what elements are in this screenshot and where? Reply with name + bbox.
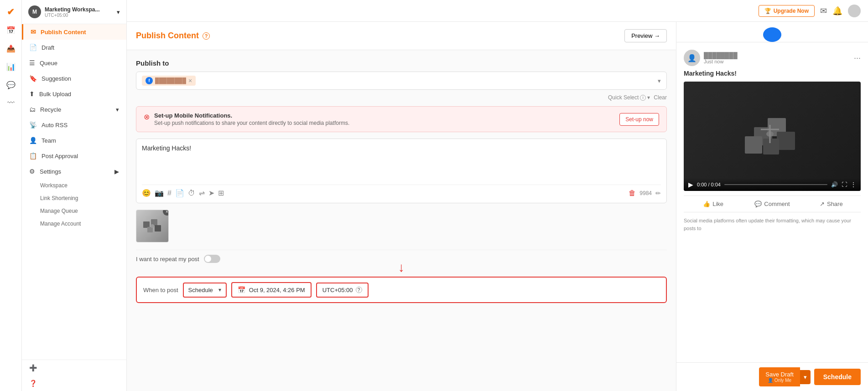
post-avatar: 👤 (684, 50, 700, 66)
post-text: Marketing Hacks! (684, 70, 861, 77)
schedule-select[interactable]: Schedule ▾ (183, 283, 227, 298)
sidebar-sub-link-shortening[interactable]: Link Shortening (22, 192, 126, 205)
schedule-button[interactable]: Schedule (814, 369, 861, 385)
messages-icon[interactable]: ✉ (820, 6, 827, 16)
team-icon: 👤 (29, 137, 37, 144)
add-icon: ➕ (29, 364, 37, 371)
bulk-upload-icon: ⬆ (29, 90, 35, 98)
sidebar-item-bulk-upload-label: Bulk Upload (39, 91, 119, 98)
save-draft-label: Save Draft (765, 371, 793, 378)
nav-icon-analytics[interactable]: 📊 (3, 58, 19, 75)
sidebar-item-queue[interactable]: ☰ Queue (22, 55, 126, 71)
sidebar-sub-manage-account[interactable]: Manage Account (22, 217, 126, 230)
main-content: 🏆 Upgrade Now ✉ 🔔 Publish Content ? Prev… (127, 0, 868, 391)
repeat-toggle[interactable] (204, 255, 220, 263)
share-icon: ↗ (820, 201, 825, 207)
sidebar-item-help[interactable]: ❓ (22, 376, 126, 391)
sidebar-item-draft[interactable]: 📄 Draft (22, 40, 126, 55)
sidebar-item-add[interactable]: ➕ (22, 360, 126, 376)
help-icon: ❓ (29, 380, 37, 387)
clock-icon[interactable]: ⏱ (188, 189, 195, 197)
schedule-option-label: Schedule (188, 287, 213, 293)
recycle-icon: 🗂 (29, 106, 36, 113)
text-editor[interactable]: Marketing Hacks! 😊 📷 # 📄 ⏱ ⇌ ➤ ⊞ 🗑 9984 (136, 139, 667, 203)
content-area: Publish Content ? Preview → Publish to f… (127, 22, 868, 391)
quick-select-row: Quick Select i ▾ Clear (136, 94, 667, 101)
volume-icon[interactable]: 🔊 (831, 181, 838, 188)
workspace-avatar: M (28, 5, 41, 18)
sidebar-item-bulk-upload[interactable]: ⬆ Bulk Upload (22, 86, 126, 102)
notification-title: Set-up Mobile Notifications. (154, 112, 349, 119)
selector-dropdown-icon[interactable]: ▾ (658, 77, 661, 84)
sidebar-sub-manage-queue[interactable]: Manage Queue (22, 205, 126, 217)
svg-rect-7 (777, 132, 795, 150)
delete-icon[interactable]: 🗑 (629, 189, 636, 197)
sidebar-item-post-approval[interactable]: 📋 Post Approval (22, 148, 126, 164)
sidebar-item-team[interactable]: 👤 Team (22, 133, 126, 148)
comment-action[interactable]: 💬 Comment (743, 198, 801, 210)
save-draft-sublabel: 👤 Only Me (768, 378, 791, 383)
arrows-icon[interactable]: ⇌ (199, 189, 205, 197)
app-logo[interactable]: ✔ (3, 4, 19, 20)
image-icon[interactable]: 📷 (155, 189, 164, 197)
quick-select-button[interactable]: Quick Select i ▾ (608, 94, 650, 101)
comment-label: Comment (764, 201, 790, 207)
sidebar-item-draft-label: Draft (42, 44, 119, 51)
document-icon[interactable]: 📄 (175, 189, 184, 197)
user-avatar[interactable] (848, 5, 861, 17)
sidebar-item-auto-rss[interactable]: 📡 Auto RSS (22, 117, 126, 133)
nav-icon-wave[interactable]: 〰 (3, 95, 19, 111)
fullscreen-icon[interactable]: ⛶ (842, 181, 847, 188)
play-button[interactable]: ▶ (688, 181, 693, 188)
workspace-dropdown-icon: ▾ (117, 9, 120, 15)
suggestion-icon: 🔖 (29, 75, 37, 82)
post-time: Just now (704, 59, 850, 64)
post-more-options-icon[interactable]: ··· (854, 53, 861, 63)
upgrade-button[interactable]: 🏆 Upgrade Now (759, 5, 815, 17)
when-to-post-label: When to post (143, 287, 178, 293)
sidebar-item-publish-label: Publish Content (41, 29, 119, 36)
video-background (684, 82, 861, 191)
clear-button[interactable]: Clear (654, 94, 667, 101)
quick-select-info-icon: i (640, 95, 646, 101)
save-draft-button[interactable]: Save Draft 👤 Only Me (759, 367, 800, 386)
setup-now-button[interactable]: Set-up now (619, 113, 659, 126)
account-selector[interactable]: f ████████ × ▾ (136, 72, 667, 90)
publish-body: Publish to f ████████ × ▾ Quick Select i… (127, 50, 676, 312)
notifications-icon[interactable]: 🔔 (832, 6, 842, 16)
emoji-icon[interactable]: 😊 (142, 189, 151, 197)
timezone-help-icon: ? (356, 287, 362, 293)
hashtag-icon[interactable]: # (167, 189, 172, 197)
save-draft-dropdown-button[interactable]: ▾ (800, 370, 811, 384)
nav-icon-publish[interactable]: 📤 (3, 40, 19, 57)
sidebar-item-settings[interactable]: ⚙ Settings ▶ (22, 164, 126, 179)
edit-pencil-icon[interactable]: ✏ (655, 190, 661, 197)
nav-icon-inbox[interactable]: 💬 (3, 77, 19, 93)
nav-bottom-section: ➕ ❓ (22, 360, 126, 391)
post-approval-icon: 📋 (29, 152, 37, 159)
tab-facebook[interactable]: f (763, 27, 781, 42)
sidebar-sub-workspace[interactable]: Workspace (22, 179, 126, 192)
preview-button[interactable]: Preview → (624, 29, 667, 42)
notification-error-icon: ⊗ (144, 113, 150, 121)
sidebar-item-recycle[interactable]: 🗂 Recycle ▾ (22, 102, 126, 117)
publish-header: Publish Content ? Preview → (127, 22, 676, 50)
workspace-header[interactable]: M Marketing Workspa... UTC+05:00 ▾ (22, 0, 126, 24)
person-icon: 👤 (768, 378, 773, 383)
media-thumbnail (136, 210, 168, 242)
video-progress-bar[interactable] (724, 184, 827, 185)
top-bar: 🏆 Upgrade Now ✉ 🔔 (127, 0, 868, 22)
date-time-picker[interactable]: 📅 Oct 9, 2024, 4:26 PM (231, 282, 312, 298)
video-more-icon[interactable]: ⋮ (851, 181, 856, 188)
editor-content[interactable]: Marketing Hacks! (142, 144, 661, 152)
sidebar-item-publish[interactable]: ✉ Publish Content (22, 24, 126, 40)
tag-remove-button[interactable]: × (188, 77, 192, 84)
send-icon[interactable]: ➤ (208, 189, 214, 197)
grid-icon[interactable]: ⊞ (218, 189, 224, 197)
nav-icon-calendar[interactable]: 📅 (3, 22, 19, 38)
share-action[interactable]: ↗ Share (802, 198, 861, 210)
sidebar-item-suggestion[interactable]: 🔖 Suggestion (22, 71, 126, 86)
timezone-picker[interactable]: UTC+05:00 ? (316, 283, 369, 298)
svg-rect-8 (745, 136, 762, 154)
like-action[interactable]: 👍 Like (684, 198, 743, 210)
